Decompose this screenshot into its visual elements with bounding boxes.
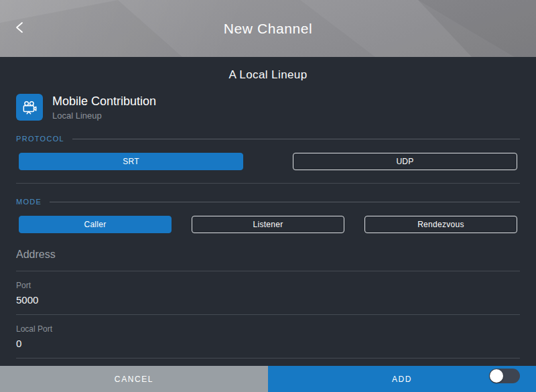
video-camera-icon — [16, 94, 43, 121]
port-label: Port — [16, 281, 520, 290]
local-port-input[interactable] — [16, 338, 520, 349]
mode-options: Caller Listener Rendezvous — [19, 216, 517, 233]
mode-section-label: MODE — [16, 198, 42, 206]
mode-option-caller[interactable]: Caller — [19, 216, 172, 233]
local-port-field: Local Port — [16, 324, 520, 358]
channel-type: Local Lineup — [52, 111, 156, 121]
channel-name: Mobile Contribution — [52, 94, 156, 109]
section-divider-line — [50, 202, 520, 202]
protocol-options: SRT UDP — [19, 153, 517, 170]
divider — [16, 183, 520, 184]
lineup-heading: A Local Lineup — [0, 68, 536, 82]
channel-info-row: Mobile Contribution Local Lineup — [16, 94, 520, 121]
new-channel-screen: New Channel A Local Lineup Mobile Contri… — [0, 0, 536, 392]
protocol-section-header: PROTOCOL — [16, 135, 520, 143]
address-input[interactable] — [16, 249, 520, 261]
toggle-knob-icon — [490, 369, 503, 383]
address-field — [16, 249, 520, 271]
local-port-label: Local Port — [16, 324, 520, 334]
footer-action-bar: CANCEL ADD — [0, 366, 536, 392]
mode-section-header: MODE — [16, 198, 520, 206]
channel-text: Mobile Contribution Local Lineup — [52, 94, 156, 121]
header: New Channel — [0, 0, 536, 57]
protocol-option-udp[interactable]: UDP — [293, 153, 517, 170]
port-field: Port — [16, 281, 520, 315]
protocol-option-srt[interactable]: SRT — [19, 153, 243, 170]
mode-option-listener[interactable]: Listener — [192, 216, 344, 233]
page-title: New Channel — [224, 21, 313, 37]
section-divider-line — [72, 139, 520, 139]
chevron-left-icon — [13, 20, 27, 37]
mode-option-rendezvous[interactable]: Rendezvous — [364, 216, 517, 233]
back-button[interactable] — [7, 15, 34, 42]
protocol-section-label: PROTOCOL — [16, 135, 64, 143]
cancel-button[interactable]: CANCEL — [0, 366, 268, 392]
port-input[interactable] — [16, 294, 520, 306]
encryption-toggle[interactable] — [489, 369, 520, 383]
main-content: A Local Lineup Mobile Contribution Local… — [0, 57, 536, 366]
